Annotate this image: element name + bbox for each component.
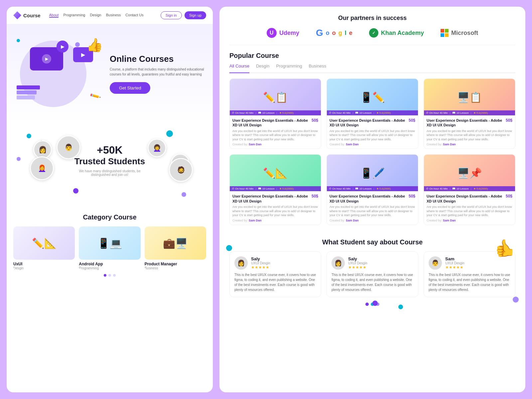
- course-img-1: ✏️📋: [230, 79, 321, 115]
- course-card-1[interactable]: ✏️📋 ⏱ On hour 40 Min | 📖 10 Lesson | ★ 5…: [229, 78, 321, 149]
- course-desc-6: Are you excited to get into the world of…: [427, 205, 512, 217]
- play-button[interactable]: ▶: [42, 54, 51, 64]
- hero-title: Online Courses: [110, 54, 206, 64]
- category-card-android[interactable]: 📱💻 Android App Programming: [79, 226, 140, 270]
- meta-rating-3: ★ 5.0(2000): [473, 111, 488, 114]
- tab-business[interactable]: Business: [309, 64, 326, 70]
- left-panel: Course About Programming Design Business…: [7, 7, 213, 392]
- course-thumb-5: 📱🖊️ ⏱ On hour 40 Min | 📖 10 Lesson | ★ 5…: [327, 155, 418, 191]
- uxui-placeholder: ✏️📐: [13, 226, 75, 260]
- udemy-icon: U: [267, 28, 277, 38]
- ms-sq-blue: [441, 33, 444, 37]
- course-body-1: User Experience Design Essentials - Adob…: [230, 115, 321, 149]
- course-img-4: ✏️📐: [230, 155, 321, 191]
- course-img-6: 🖥️📌: [424, 155, 515, 191]
- course-desc-5: Are you excited to get into the world of…: [330, 205, 415, 217]
- nav-link-business[interactable]: Business: [106, 13, 121, 18]
- course-img-3: 🖥️📋: [424, 79, 515, 115]
- category-img-android: 📱💻: [79, 226, 140, 260]
- course-name-4: User Experience Design Essentials - Adob…: [232, 194, 309, 203]
- meta-duration-6: ⏱ On hour 40 Min: [426, 187, 448, 190]
- meta-rating-6: ★ 5.0(2000): [473, 187, 488, 190]
- meta-rating-4: ★ 5.0(2000): [279, 187, 294, 190]
- courses-grid: ✏️📋 ⏱ On hour 40 Min | 📖 10 Lesson | ★ 5…: [229, 78, 515, 225]
- course-card-6[interactable]: 🖥️📌 ⏱ On hour 40 Min | 📖 10 Lesson | ★ 5…: [424, 154, 515, 225]
- tab-design[interactable]: Desgin: [256, 64, 269, 70]
- dot-2[interactable]: [108, 274, 111, 277]
- tab-programming[interactable]: Programming: [276, 64, 302, 70]
- course-price-4: 50$: [312, 194, 318, 199]
- dot-3[interactable]: [113, 274, 116, 277]
- reviewer-title-2: UXUI Desgin: [348, 261, 367, 265]
- t-dot-1[interactable]: [365, 303, 369, 306]
- hero-description: Course, a platform that includes many di…: [110, 67, 206, 77]
- course-tabs: All Course Desgin Programming Business: [229, 64, 515, 73]
- course-price-1: 50$: [312, 118, 318, 123]
- reviewer-title-1: UXUI Desgin: [251, 261, 270, 265]
- partners-row: U Udemy G oogle ✓ Khan Academy Microsoft: [233, 28, 512, 38]
- reviewer-info-3: Sam UXUI Desgin ★★★★★: [445, 256, 465, 270]
- signin-button[interactable]: Sign in: [161, 11, 182, 19]
- signup-button[interactable]: Sign up: [185, 11, 206, 19]
- nav-link-about[interactable]: About: [49, 13, 59, 18]
- ms-sq-yellow: [445, 33, 449, 37]
- get-started-button[interactable]: Get Started: [110, 82, 150, 94]
- reviewer-row-1: 👩 Saly UXUI Desgin ★★★★★: [234, 256, 316, 270]
- reviewer-info-2: Saly UXUI Desgin ★★★★★: [348, 256, 367, 270]
- partner-udemy: U Udemy: [267, 28, 299, 38]
- course-card-2[interactable]: 📱✏️ ⏱ On hour 40 Min | 📖 10 Lesson | ★ 5…: [327, 78, 418, 149]
- udemy-label: Udemy: [279, 30, 299, 37]
- google-label-g: o: [326, 30, 330, 37]
- avatar-6: 🧔: [169, 158, 193, 182]
- testimonial-2: 👩 Saly UXUI Desgin ★★★★★ This is the bes…: [327, 251, 418, 297]
- category-card-uxui[interactable]: ✏️📐 UxUI Desgin: [13, 226, 75, 270]
- meta-duration-2: ⏱ On hour 40 Min: [329, 111, 350, 114]
- logo[interactable]: Course: [13, 11, 41, 19]
- course-card-5[interactable]: 📱🖊️ ⏱ On hour 40 Min | 📖 10 Lesson | ★ 5…: [327, 154, 418, 225]
- course-creator-5: Created by: Sam Dan: [330, 219, 415, 222]
- course-creator-2: Created by: Sam Dan: [330, 143, 415, 146]
- course-price-row-5: User Experience Design Essentials - Adob…: [330, 194, 415, 203]
- deco-teal-dot1: [226, 245, 232, 251]
- review-text-3: This is the best UI/UX course ever, it c…: [429, 272, 510, 292]
- reviewer-row-3: 👨 Sam UXUI Desgin ★★★★★: [429, 256, 510, 270]
- course-card-4[interactable]: ✏️📐 ⏱ On hour 40 Min | 📖 10 Lesson | ★ 5…: [229, 154, 321, 225]
- google-icon: G: [316, 28, 323, 38]
- android-placeholder: 📱💻: [79, 226, 140, 260]
- trusted-sub: We have many distinguished students, be …: [76, 169, 143, 177]
- meta-duration-3: ⏱ On hour 40 Min: [426, 111, 448, 114]
- meta-duration-4: ⏱ On hour 40 Min: [232, 187, 253, 190]
- hero-content: Online Courses Course, a platform that i…: [106, 54, 206, 94]
- course-thumb-3: 🖥️📋 ⏱ On hour 40 Min | 📖 10 Lesson | ★ 5…: [424, 79, 515, 115]
- book-stack: [17, 85, 40, 100]
- deco-purple-dot2: [513, 297, 519, 303]
- category-section: Category Course ✏️📐 UxUI Desgin 📱💻 Andro…: [7, 207, 213, 283]
- reviewer-info-1: Saly UXUI Desgin ★★★★★: [251, 256, 270, 270]
- course-price-row-2: User Experience Design Essentials - Adob…: [330, 118, 415, 128]
- course-thumb-1: ✏️📋 ⏱ On hour 40 Min | 📖 10 Lesson | ★ 5…: [230, 79, 321, 115]
- testimonials-section: 👍 What Student say about Course 👩 Saly U…: [219, 232, 525, 313]
- category-dots: [13, 274, 206, 277]
- category-card-pm[interactable]: 💼🖥️ Product Manager Business: [145, 226, 206, 270]
- reviewer-stars-1: ★★★★★: [251, 265, 270, 270]
- course-name-3: User Experience Design Essentials - Adob…: [427, 118, 503, 128]
- nav-link-contact[interactable]: Contact Us: [125, 13, 143, 18]
- nav-links: About Programming Design Business Contac…: [49, 13, 144, 18]
- course-card-3[interactable]: 🖥️📋 ⏱ On hour 40 Min | 📖 10 Lesson | ★ 5…: [424, 78, 515, 149]
- course-creator-6: Created by: Sam Dan: [427, 219, 512, 222]
- course-body-2: User Experience Design Essentials - Adob…: [327, 115, 418, 149]
- course-price-3: 50$: [506, 118, 512, 123]
- microsoft-label: Microsoft: [451, 30, 478, 37]
- course-body-3: User Experience Design Essentials - Adob…: [424, 115, 515, 149]
- nav-link-design[interactable]: Design: [90, 13, 101, 18]
- avatar-3: 👩‍🦱: [148, 139, 166, 157]
- reviewer-stars-3: ★★★★★: [445, 265, 465, 270]
- testimonials-grid: 👩 Saly UXUI Desgin ★★★★★ This is the bes…: [229, 251, 515, 297]
- dot-1[interactable]: [104, 274, 106, 277]
- hero-dot1: [17, 39, 20, 42]
- category-sub-uxui: Desgin: [13, 266, 75, 270]
- nav-link-programming[interactable]: Programming: [63, 13, 85, 18]
- course-meta-1: ⏱ On hour 40 Min | 📖 10 Lesson | ★ 5.0(2…: [230, 110, 321, 115]
- hero-illustration: ▶ ▶ ▶ 👍 ✏️: [13, 37, 106, 110]
- tab-all-course[interactable]: All Course: [229, 64, 249, 73]
